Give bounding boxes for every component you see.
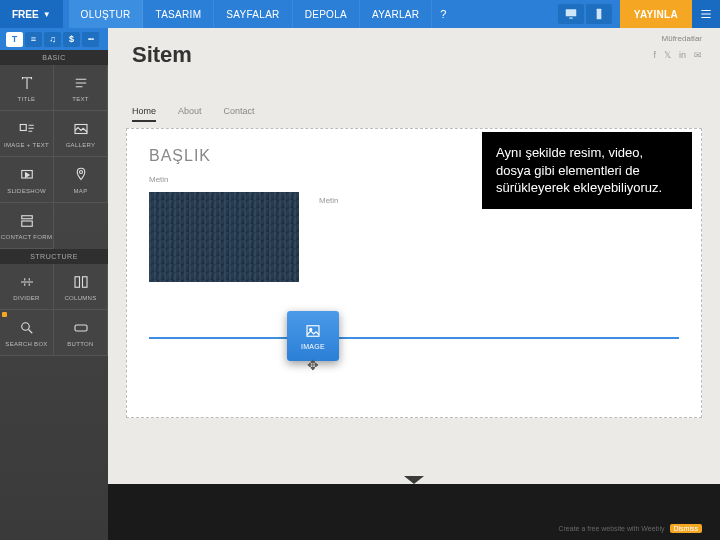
- title-icon: [17, 73, 37, 93]
- svg-rect-3: [20, 125, 26, 131]
- free-label: FREE: [12, 9, 39, 20]
- divider-icon: [17, 272, 37, 292]
- svg-rect-10: [82, 277, 87, 288]
- svg-rect-9: [75, 277, 80, 288]
- tool-commerce-icon[interactable]: $: [63, 32, 80, 47]
- button-icon: [71, 318, 91, 338]
- nav-tab-settings[interactable]: AYARLAR: [360, 0, 432, 28]
- form-icon: [17, 211, 37, 231]
- twitter-icon[interactable]: 𝕏: [664, 50, 671, 60]
- svg-rect-7: [21, 216, 32, 219]
- nav-tab-store[interactable]: DEPOLA: [293, 0, 360, 28]
- element-slideshow[interactable]: SLIDESHOW: [0, 157, 54, 203]
- facebook-icon[interactable]: f: [653, 50, 656, 60]
- weebly-credit: Create a free website with Weebly Dismis…: [558, 525, 702, 532]
- image-icon: [304, 322, 322, 340]
- map-icon: [71, 165, 91, 185]
- page-nav-tabs: Home About Contact: [132, 106, 255, 122]
- text-block-2[interactable]: Metin: [319, 196, 339, 205]
- social-icons: f 𝕏 in ✉: [653, 50, 702, 60]
- nav-tab-build[interactable]: OLUŞTUR: [69, 0, 144, 28]
- mobile-preview-icon[interactable]: [586, 4, 612, 24]
- page-tab-home[interactable]: Home: [132, 106, 156, 122]
- svg-rect-12: [75, 325, 87, 331]
- element-contact-form[interactable]: CONTACT FORM: [0, 203, 54, 249]
- linkedin-icon[interactable]: in: [679, 50, 686, 60]
- element-map[interactable]: MAP: [54, 157, 108, 203]
- dragging-image-element[interactable]: IMAGE: [287, 311, 339, 361]
- tool-more-icon[interactable]: ···: [82, 32, 99, 47]
- desktop-preview-icon[interactable]: [558, 4, 584, 24]
- element-gallery[interactable]: GALLERY: [54, 111, 108, 157]
- tool-text-icon[interactable]: T: [6, 32, 23, 47]
- element-button[interactable]: BUTTON: [54, 310, 108, 356]
- move-cursor-icon: ✥: [307, 357, 319, 373]
- columns-icon: [71, 272, 91, 292]
- publish-button[interactable]: YAYINLA: [620, 0, 692, 28]
- section-structure-header: STRUCTURE: [0, 249, 108, 264]
- text-icon: [71, 73, 91, 93]
- footer-expand-icon[interactable]: [404, 476, 424, 484]
- svg-rect-2: [597, 9, 602, 20]
- site-title[interactable]: Sitem: [132, 42, 192, 68]
- help-button[interactable]: ?: [432, 0, 454, 28]
- top-nav-bar: FREE ▼ OLUŞTUR TASARIM SAYFALAR DEPOLA A…: [0, 0, 720, 28]
- element-title[interactable]: TITLE: [0, 65, 54, 111]
- element-image-text[interactable]: IMAGE + TEXT: [0, 111, 54, 157]
- elements-sidebar: T ≡ ♫ $ ··· BASIC TITLE TEXT IMAGE + TEX: [0, 28, 108, 540]
- svg-rect-0: [566, 9, 577, 16]
- page-tab-about[interactable]: About: [178, 106, 202, 122]
- image-text-icon: [17, 119, 37, 139]
- svg-rect-8: [21, 221, 32, 226]
- user-link[interactable]: Müfredatlar: [662, 34, 702, 43]
- tutorial-annotation: Aynı şekilde resim, video, dosya gibi el…: [482, 132, 692, 209]
- nav-tab-pages[interactable]: SAYFALAR: [214, 0, 292, 28]
- element-divider[interactable]: DIVIDER: [0, 264, 54, 310]
- slideshow-icon: [17, 165, 37, 185]
- tool-list-icon[interactable]: ≡: [25, 32, 42, 47]
- svg-rect-1: [569, 18, 573, 19]
- canvas-footer: Create a free website with Weebly Dismis…: [108, 484, 720, 540]
- drop-indicator-line: [149, 337, 679, 339]
- section-basic-header: BASIC: [0, 50, 108, 65]
- image-block[interactable]: [149, 192, 299, 282]
- free-plan-button[interactable]: FREE ▼: [0, 0, 63, 28]
- hamburger-menu-icon[interactable]: [692, 0, 720, 28]
- gallery-icon: [71, 119, 91, 139]
- nav-tab-design[interactable]: TASARIM: [143, 0, 214, 28]
- search-icon: [17, 318, 37, 338]
- element-search-box[interactable]: SEARCH BOX: [0, 310, 54, 356]
- page-tab-contact[interactable]: Contact: [224, 106, 255, 122]
- mail-icon[interactable]: ✉: [694, 50, 702, 60]
- chevron-down-icon: ▼: [43, 10, 51, 19]
- svg-rect-13: [307, 326, 319, 337]
- canvas-area: Müfredatlar f 𝕏 in ✉ Sitem Home About Co…: [108, 28, 720, 540]
- element-text[interactable]: TEXT: [54, 65, 108, 111]
- tool-media-icon[interactable]: ♫: [44, 32, 61, 47]
- tool-filter-row: T ≡ ♫ $ ···: [0, 28, 108, 50]
- element-columns[interactable]: COLUMNS: [54, 264, 108, 310]
- svg-point-6: [79, 171, 82, 174]
- dismiss-badge[interactable]: Dismiss: [670, 524, 703, 533]
- svg-point-11: [21, 323, 29, 331]
